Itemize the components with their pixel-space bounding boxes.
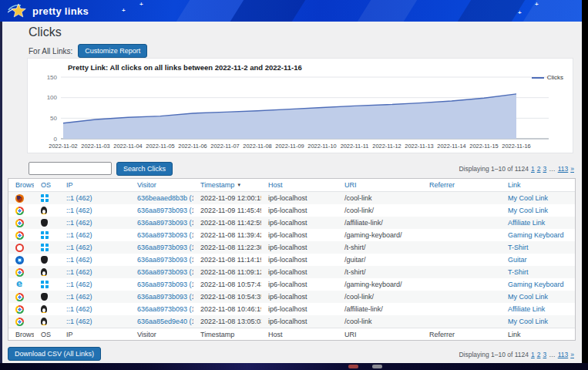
pretty-link-link[interactable]: T-Shirt xyxy=(508,244,529,251)
uri-cell: /affiliate-link/ xyxy=(338,219,422,227)
pretty-link-link[interactable]: My Cool Link xyxy=(508,194,548,202)
host-cell: ip6-localhost xyxy=(261,231,338,239)
col-header-host[interactable]: Host xyxy=(268,181,283,189)
visitor-link[interactable]: 636beaaed8b3b (1) xyxy=(137,194,193,202)
timestamp-cell: 2022-11-09 11:45:49 xyxy=(193,207,261,214)
col-header-visitor[interactable]: Visitor xyxy=(137,181,156,189)
svg-text:50: 50 xyxy=(50,115,57,122)
logo-text: pretty links xyxy=(32,5,89,17)
pretty-link-link[interactable]: Gaming Keyboard xyxy=(508,231,564,239)
pretty-link-link[interactable]: Affiliate Link xyxy=(508,219,545,227)
uri-cell: /cool-link xyxy=(338,194,422,202)
pagination-bottom: Displaying 1–10 of 1124 1 2 3 … 113 » xyxy=(459,351,574,358)
col-header-os[interactable]: OS xyxy=(41,181,51,189)
visitor-link[interactable]: 636aa85ed9e40 (1) xyxy=(137,318,193,325)
visitor-link[interactable]: 636aa8973b093 (1) xyxy=(137,268,193,276)
pretty-link-link[interactable]: My Cool Link xyxy=(508,293,548,301)
ip-link[interactable]: ::1 (462) xyxy=(66,293,92,301)
ip-link[interactable]: ::1 (462) xyxy=(66,207,92,214)
visitor-link[interactable]: 636aa8973b093 (1) xyxy=(137,305,193,313)
visitor-link[interactable]: 636aa8973b093 (1) xyxy=(137,281,193,288)
pretty-link-link[interactable]: Gaming Keyboard xyxy=(508,281,564,288)
visitor-link[interactable]: 636aa8973b093 (1) xyxy=(137,207,193,214)
filter-label: For All Links: xyxy=(29,47,72,56)
svg-text:2022-11-02: 2022-11-02 xyxy=(49,143,77,150)
host-cell: ip6-localhost xyxy=(261,219,338,227)
page-link-1[interactable]: 1 xyxy=(531,165,535,173)
ip-link[interactable]: ::1 (462) xyxy=(66,219,92,227)
svg-text:2022-11-12: 2022-11-12 xyxy=(372,143,401,150)
uri-cell: /cool-link/ xyxy=(338,293,422,301)
svg-text:2022-11-06: 2022-11-06 xyxy=(178,143,207,150)
table-row: ::1 (462) 636aa8973b093 (1) 2022-11-08 1… xyxy=(8,254,575,266)
svg-text:2022-11-16: 2022-11-16 xyxy=(502,143,530,150)
timestamp-cell: 2022-11-08 13:05:03 xyxy=(193,318,261,325)
search-input[interactable] xyxy=(29,162,112,175)
clicks-chart-panel: Pretty Link: All clicks on all links bet… xyxy=(27,58,573,153)
page-link-3[interactable]: 3 xyxy=(543,351,546,358)
next-page-link[interactable]: » xyxy=(570,351,574,358)
next-page-link[interactable]: » xyxy=(570,165,574,173)
timestamp-cell: 2022-11-09 12:00:15 xyxy=(193,194,261,202)
linux-icon xyxy=(41,305,47,313)
bottom-bar-red-indicator xyxy=(348,365,358,368)
table-footer-header-row: Browser OS IP Visitor Timestamp Host URI… xyxy=(8,328,575,340)
visitor-link[interactable]: 636aa8973b093 (1) xyxy=(137,256,193,264)
col-header-ip[interactable]: IP xyxy=(66,181,73,189)
chrome-icon xyxy=(15,318,24,326)
ip-link[interactable]: ::1 (462) xyxy=(66,318,92,325)
download-csv-button[interactable]: Download CSV (All Links) xyxy=(8,347,101,361)
col-header-browser[interactable]: Browser xyxy=(15,181,34,189)
page-link-last[interactable]: 113 xyxy=(558,351,569,358)
apple-icon xyxy=(41,219,48,227)
pretty-link-link[interactable]: T-Shirt xyxy=(508,268,529,276)
uri-cell: /t-shirt/ xyxy=(338,244,422,251)
ip-link[interactable]: ::1 (462) xyxy=(66,194,92,202)
linux-icon xyxy=(41,268,47,276)
pretty-link-link[interactable]: My Cool Link xyxy=(508,318,548,325)
pretty-link-link[interactable]: Guitar xyxy=(508,256,527,264)
page-link-1[interactable]: 1 xyxy=(531,351,535,358)
windows-icon xyxy=(41,244,49,251)
col-header-referrer[interactable]: Referrer xyxy=(429,181,455,189)
windows-icon xyxy=(41,281,49,288)
ip-link[interactable]: ::1 (462) xyxy=(66,268,92,276)
page-link-last[interactable]: 113 xyxy=(558,165,569,173)
uri-cell: /cool-link xyxy=(338,318,422,325)
sparkle-icon xyxy=(518,10,522,16)
page-link-2[interactable]: 2 xyxy=(537,351,541,358)
table-row: ::1 (462) 636aa8973b093 (1) 2022-11-08 1… xyxy=(8,217,575,229)
ip-link[interactable]: ::1 (462) xyxy=(66,244,92,251)
svg-text:2022-11-09: 2022-11-09 xyxy=(275,143,304,150)
customize-report-button[interactable]: Customize Report xyxy=(78,44,147,58)
svg-text:2022-11-07: 2022-11-07 xyxy=(210,143,239,150)
sort-desc-icon: ▼ xyxy=(237,183,241,187)
ip-link[interactable]: ::1 (462) xyxy=(66,231,92,239)
ip-link[interactable]: ::1 (462) xyxy=(66,305,92,313)
chrome-icon xyxy=(15,231,24,240)
col-header-link[interactable]: Link xyxy=(508,181,521,189)
visitor-link[interactable]: 636aa8973b093 (1) xyxy=(137,293,193,301)
visitor-link[interactable]: 636aa8973b093 (1) xyxy=(137,244,193,251)
col-header-timestamp[interactable]: Timestamp xyxy=(200,181,234,189)
firefox-icon xyxy=(15,194,24,203)
visitor-link[interactable]: 636aa8973b093 (1) xyxy=(137,219,193,227)
page-link-2[interactable]: 2 xyxy=(537,165,541,173)
host-cell: ip6-localhost xyxy=(261,268,338,276)
displaying-count: Displaying 1–10 of 1124 xyxy=(459,165,529,173)
ip-link[interactable]: ::1 (462) xyxy=(66,256,92,264)
sparkle-icon xyxy=(122,8,126,14)
col-header-uri[interactable]: URI xyxy=(344,181,357,189)
search-clicks-button[interactable]: Search Clicks xyxy=(116,162,173,176)
pretty-link-link[interactable]: My Cool Link xyxy=(508,207,548,214)
svg-text:100: 100 xyxy=(47,94,58,101)
ip-link[interactable]: ::1 (462) xyxy=(66,281,92,288)
pretty-link-link[interactable]: Affiliate Link xyxy=(508,305,545,313)
uri-cell: /t-shirt/ xyxy=(338,268,422,276)
page-link-3[interactable]: 3 xyxy=(543,165,546,173)
uri-cell: /affiliate-link/ xyxy=(338,305,422,313)
host-cell: ip6-localhost xyxy=(261,194,338,202)
timestamp-cell: 2022-11-08 10:57:43 xyxy=(193,281,261,288)
svg-text:2022-11-10: 2022-11-10 xyxy=(307,143,336,150)
visitor-link[interactable]: 636aa8973b093 (1) xyxy=(137,231,193,239)
